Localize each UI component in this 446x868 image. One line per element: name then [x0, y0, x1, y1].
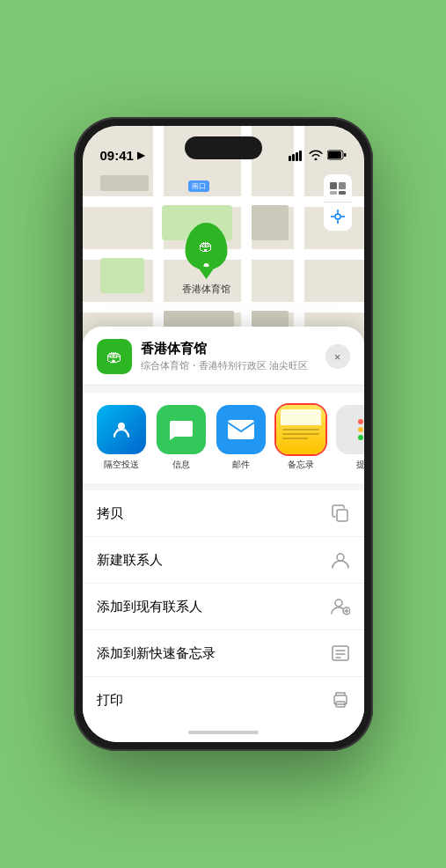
action-new-contact[interactable]: 新建联系人	[83, 537, 364, 584]
more-label: 提	[356, 459, 364, 471]
add-existing-icon	[331, 597, 350, 616]
status-time: 09:41 ▶	[100, 148, 144, 163]
messages-label: 信息	[172, 459, 190, 471]
more-icon	[336, 405, 364, 454]
svg-rect-18	[337, 510, 347, 521]
svg-rect-7	[330, 182, 337, 189]
location-button[interactable]	[324, 202, 352, 231]
phone-screen: 09:41 ▶	[83, 126, 364, 742]
copy-icon	[331, 504, 350, 523]
svg-rect-6	[344, 153, 347, 157]
print-label: 打印	[97, 692, 123, 709]
status-icons	[289, 150, 347, 163]
svg-rect-3	[299, 151, 302, 161]
share-item-messages[interactable]: 信息	[157, 405, 206, 471]
svg-point-11	[335, 214, 340, 219]
action-print[interactable]: 打印	[83, 677, 364, 723]
location-subtitle: 综合体育馆・香港特别行政区 油尖旺区	[141, 359, 317, 372]
location-header: 🏟 香港体育馆 综合体育馆・香港特别行政区 油尖旺区 ×	[83, 327, 364, 386]
svg-point-19	[337, 554, 344, 561]
home-indicator	[83, 723, 364, 742]
pin-label: 香港体育馆	[182, 283, 230, 296]
new-contact-icon	[331, 550, 350, 570]
svg-point-20	[335, 600, 342, 607]
home-bar	[188, 731, 259, 734]
messages-icon	[157, 405, 206, 454]
mail-icon	[216, 405, 266, 454]
svg-rect-1	[292, 154, 295, 161]
share-item-more[interactable]: 提	[336, 405, 364, 471]
airdrop-icon	[97, 405, 146, 454]
action-quick-note[interactable]: 添加到新快速备忘录	[83, 630, 364, 677]
action-copy[interactable]: 拷贝	[83, 490, 364, 537]
quick-note-icon	[331, 644, 350, 663]
map-view-button[interactable]	[324, 174, 352, 202]
pin-icon: 🏟	[185, 223, 227, 270]
svg-rect-8	[339, 182, 346, 189]
wifi-icon	[309, 150, 323, 163]
share-row: 隔空投送 信息 邮件	[83, 393, 364, 483]
close-button[interactable]: ×	[325, 344, 350, 369]
svg-rect-9	[330, 191, 337, 195]
phone-frame: 09:41 ▶	[74, 117, 373, 751]
map-pin: 🏟 香港体育馆	[182, 223, 230, 296]
action-list: 拷贝 新建联系人 添加到现有联系人 添加到新快速备忘录 打印	[83, 490, 364, 723]
svg-rect-17	[228, 420, 254, 439]
svg-rect-5	[328, 151, 341, 158]
map-controls	[324, 174, 352, 231]
location-info: 香港体育馆 综合体育馆・香港特别行政区 油尖旺区	[141, 341, 317, 372]
mail-label: 邮件	[232, 459, 250, 471]
share-item-mail[interactable]: 邮件	[216, 405, 266, 471]
airdrop-label: 隔空投送	[104, 459, 139, 471]
location-arrow-icon: ▶	[137, 150, 144, 161]
share-item-notes[interactable]: 备忘录	[276, 405, 325, 471]
map-station-label: 南口	[188, 180, 209, 192]
new-contact-label: 新建联系人	[97, 552, 163, 569]
time-display: 09:41	[100, 148, 134, 163]
action-add-existing[interactable]: 添加到现有联系人	[83, 584, 364, 630]
svg-point-16	[118, 423, 125, 430]
signal-icon	[289, 151, 304, 163]
location-venue-icon: 🏟	[97, 339, 132, 374]
bottom-sheet: 🏟 香港体育馆 综合体育馆・香港特别行政区 油尖旺区 × 隔空投送	[83, 327, 364, 742]
dynamic-island	[185, 136, 262, 159]
stadium-icon: 🏟	[199, 239, 213, 254]
svg-rect-2	[296, 152, 298, 161]
battery-icon	[327, 150, 347, 163]
svg-rect-0	[289, 156, 291, 161]
notes-label: 备忘录	[288, 459, 314, 471]
notes-icon-wrap	[276, 405, 325, 454]
location-name: 香港体育馆	[141, 341, 317, 357]
share-item-airdrop[interactable]: 隔空投送	[97, 405, 146, 471]
quick-note-label: 添加到新快速备忘录	[97, 645, 216, 662]
copy-label: 拷贝	[97, 505, 123, 522]
print-icon	[331, 690, 350, 710]
add-existing-label: 添加到现有联系人	[97, 599, 202, 615]
svg-rect-10	[339, 191, 346, 195]
